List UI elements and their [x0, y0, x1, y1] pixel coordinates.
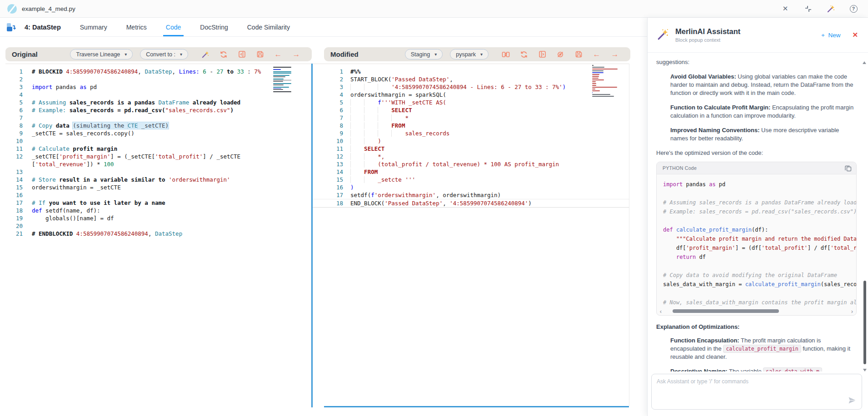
save-icon[interactable] — [251, 49, 269, 60]
code-line[interactable]: 7 — [5, 114, 311, 122]
code-line[interactable]: 16 — [5, 191, 311, 199]
code-line[interactable] — [663, 216, 856, 225]
code-line[interactable]: 4 — [5, 91, 311, 99]
tab-docstring[interactable]: DocString — [200, 18, 228, 36]
code-line[interactable]: 14# Store result in a variable similar t… — [5, 176, 311, 183]
code-line[interactable]: 6 SELECT — [313, 106, 629, 114]
tab-metrics[interactable]: Metrics — [126, 18, 147, 36]
code-line[interactable]: 16) — [313, 183, 629, 191]
code-line[interactable]: 1#%% — [313, 68, 629, 75]
code-line[interactable]: 8# Copy data (simulating the CTE _setCTE… — [5, 122, 311, 129]
dropdown-staging[interactable]: Staging▾ — [405, 49, 443, 59]
collapse-panels-icon[interactable] — [803, 4, 813, 13]
vscroll-thumb[interactable] — [863, 281, 866, 364]
code-line[interactable]: 11 SELECT — [313, 145, 629, 153]
code-line[interactable]: 5 f'''WITH _setCTE AS( — [313, 99, 629, 106]
code-line[interactable]: 19 globals()[name] = df — [5, 214, 311, 222]
code-line[interactable]: 3 '4:5859907074586240894 - Lines: 6 - 27… — [313, 83, 629, 91]
code-line[interactable]: 2 — [5, 75, 311, 83]
dropdown-convert-to[interactable]: Convert to :▾ — [140, 49, 188, 59]
send-message-icon[interactable] — [848, 397, 856, 406]
code-line[interactable]: 20 — [5, 222, 311, 230]
redo-arrow-icon[interactable]: → — [606, 49, 624, 60]
help-icon[interactable]: ? — [849, 4, 858, 13]
dropdown-pyspark[interactable]: pyspark▾ — [450, 49, 489, 59]
code-line[interactable]: 10 ) — [313, 137, 629, 145]
tab-code[interactable]: Code — [166, 18, 181, 36]
code-line[interactable]: def calculate_profit_margin(df): — [663, 225, 856, 234]
chevron-down-icon: ▾ — [180, 52, 182, 57]
redo-arrow-icon[interactable]: → — [287, 49, 305, 60]
tab-summary[interactable]: Summary — [80, 18, 107, 36]
scroll-up-arrow[interactable] — [863, 54, 866, 64]
code-line[interactable] — [663, 189, 856, 198]
code-line[interactable]: # Example: sales_records = pd.read_csv("… — [663, 207, 856, 216]
scroll-right-chevron[interactable]: › — [849, 308, 855, 314]
code-line[interactable]: 4orderswithmargin = sparkSQL( — [313, 91, 629, 99]
code-line[interactable]: # Copy data to avoid modifying the origi… — [663, 271, 856, 280]
code-line[interactable] — [663, 289, 856, 298]
assistant-chat-input[interactable] — [652, 374, 862, 398]
code-line[interactable]: 17setdf(f'orderswithmargin', orderswithm… — [313, 191, 629, 199]
scroll-left-chevron[interactable]: ‹ — [658, 308, 663, 314]
code-line[interactable]: 3import pandas as pd — [5, 83, 311, 91]
code-line[interactable]: 17# If you want to use it later by a nam… — [5, 199, 311, 207]
code-line[interactable]: 15orderswithmargin = _setCTE — [5, 183, 311, 191]
tab-code-similarity[interactable]: Code Similarity — [247, 18, 290, 36]
code-line[interactable]: 12_setCTE['profit_margin'] = (_setCTE['t… — [5, 153, 311, 160]
assistant-close-button[interactable]: ✕ — [852, 31, 858, 39]
code-line[interactable]: 14 FROM — [313, 168, 629, 176]
close-icon[interactable]: ✕ — [781, 4, 790, 13]
code-line[interactable]: 18END_BLOCK('Passed DataStep', '4:585990… — [313, 199, 629, 208]
compare-icon[interactable] — [497, 49, 515, 60]
line-number: 16 — [5, 191, 23, 199]
code-line[interactable]: """Calculate profit margin and return th… — [663, 234, 856, 243]
code-line[interactable]: # Now, sales_data_with_margin contains t… — [663, 298, 856, 307]
code-line[interactable] — [663, 262, 856, 271]
hscroll-thumb[interactable] — [673, 309, 778, 313]
code-line[interactable]: 13 — [5, 168, 311, 176]
ai-wand-icon[interactable] — [196, 49, 215, 60]
code-line[interactable]: import pandas as pd — [663, 180, 856, 189]
refresh-icon[interactable] — [515, 49, 533, 60]
code-line[interactable]: 10 — [5, 137, 311, 145]
code-line[interactable]: 5# Assuming sales_records is a pandas Da… — [5, 99, 311, 106]
code-line[interactable]: 12 *, — [313, 153, 629, 160]
collapse-left-panel-icon[interactable] — [233, 49, 251, 60]
original-code-editor[interactable]: 1# BLOCKID 4:5859907074586240894, DataSt… — [5, 64, 311, 407]
code-line[interactable]: 9_setCTE = sales_records.copy() — [5, 129, 311, 137]
code-line[interactable]: # Assuming sales_records is a pandas Dat… — [663, 198, 856, 207]
new-chat-button[interactable]: + New — [821, 32, 840, 39]
code-line[interactable]: 18def setdf(name, df): — [5, 207, 311, 214]
magic-wand-icon[interactable] — [826, 4, 835, 13]
code-line[interactable]: 8 FROM — [313, 122, 629, 129]
minimap-line — [592, 70, 604, 71]
refresh-icon[interactable] — [215, 49, 233, 60]
copy-code-icon[interactable] — [845, 165, 852, 172]
code-line[interactable]: 6# Example: sales_records = pd.read_csv(… — [5, 106, 311, 114]
code-line[interactable]: 2START_BLOCK('Passed DataStep', — [313, 75, 629, 83]
code-line[interactable]: return df — [663, 253, 856, 262]
minimap-line — [273, 86, 292, 87]
code-line[interactable]: 7 * — [313, 114, 629, 122]
code-line[interactable]: 11# Calculate profit margin — [5, 145, 311, 153]
code-line[interactable]: sales_data_with_margin = calculate_profi… — [663, 280, 856, 289]
code-line[interactable]: 13 (total_profit / total_revenue) * 100 … — [313, 160, 629, 168]
undo-arrow-icon[interactable]: ← — [588, 49, 606, 60]
hide-view-icon[interactable] — [551, 49, 569, 60]
modified-minimap[interactable] — [592, 65, 620, 99]
code-line[interactable]: 9 sales_records — [313, 129, 629, 137]
code-line[interactable]: ['total_revenue']) * 100 — [5, 160, 311, 168]
dropdown-traverse-lineage[interactable]: Traverse Lineage▾ — [70, 49, 133, 59]
expand-right-panel-icon[interactable] — [533, 49, 551, 60]
original-minimap[interactable] — [273, 67, 292, 93]
line-number: 8 — [313, 122, 343, 129]
code-line[interactable]: 1# BLOCKID 4:5859907074586240894, DataSt… — [5, 68, 311, 75]
code-line[interactable]: 15 _setcte ''' — [313, 176, 629, 183]
undo-arrow-icon[interactable]: ← — [269, 49, 287, 60]
save-icon[interactable] — [569, 49, 588, 60]
modified-code-editor[interactable]: 1#%%2START_BLOCK('Passed DataStep',3 '4:… — [313, 64, 629, 406]
code-line[interactable]: df['profit_margin'] = (df['total_profit'… — [663, 243, 856, 253]
minimap-line — [273, 88, 281, 89]
code-line[interactable]: 21# ENDBLOCKID 4:5859907074586240894, Da… — [5, 230, 311, 238]
